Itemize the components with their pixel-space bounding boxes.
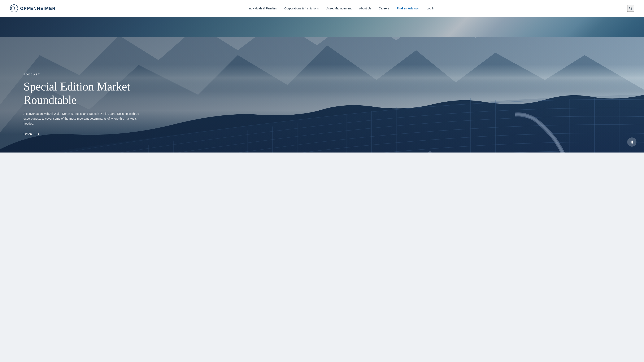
main-nav: Individuals & Families Corporations & In… (248, 7, 434, 10)
hero-cta-text: Listen (24, 132, 32, 136)
nav-item-login[interactable]: Log In (426, 7, 434, 10)
nav-item-asset-management[interactable]: Asset Management (326, 7, 352, 10)
hero-section: PODCAST Special Edition Market Roundtabl… (0, 17, 644, 152)
main-content: OPPENHEIMER Individuals & Families Corpo… (0, 0, 644, 152)
logo-link[interactable]: OPPENHEIMER (10, 4, 56, 12)
logo-text: OPPENHEIMER (20, 6, 56, 11)
hero-cta-link[interactable]: Listen (24, 132, 147, 136)
search-icon (628, 6, 633, 10)
nav-item-about-us[interactable]: About Us (359, 7, 371, 10)
nav-item-individuals[interactable]: Individuals & Families (248, 7, 277, 10)
logo-icon (10, 4, 18, 12)
header: OPPENHEIMER Individuals & Families Corpo… (0, 0, 644, 17)
pause-icon (630, 140, 634, 144)
nav-item-corporations[interactable]: Corporations & Institutions (284, 7, 319, 10)
hero-description: A conversation with Ari Wald, Doron Barn… (24, 111, 145, 126)
search-button[interactable] (627, 5, 634, 12)
svg-point-0 (629, 7, 632, 9)
header-right (627, 5, 634, 12)
hero-content: PODCAST Special Edition Market Roundtabl… (0, 73, 147, 152)
svg-rect-30 (630, 141, 632, 143)
svg-line-1 (631, 9, 632, 10)
page-wrapper: OPPENHEIMER Individuals & Families Corpo… (0, 0, 644, 362)
pause-button[interactable] (627, 137, 636, 147)
svg-rect-31 (632, 141, 633, 143)
hero-label: PODCAST (24, 73, 147, 76)
hero-title: Special Edition Market Roundtable (24, 80, 147, 107)
nav-item-find-advisor[interactable]: Find an Advisor (397, 7, 419, 10)
arrow-icon (34, 133, 40, 136)
nav-item-careers[interactable]: Careers (379, 7, 389, 10)
